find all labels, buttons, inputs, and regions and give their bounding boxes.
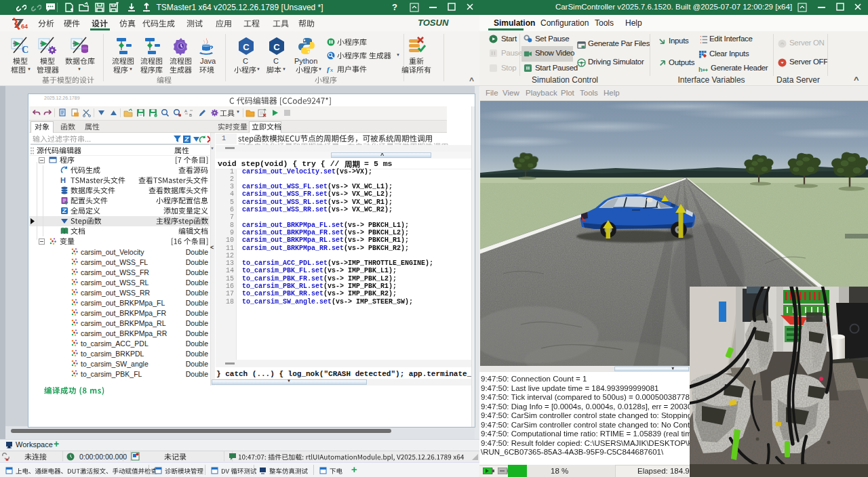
svg-text:B: B bbox=[189, 113, 192, 117]
svg-text:C: C bbox=[273, 42, 280, 52]
svg-text:TOSUN: TOSUN bbox=[418, 18, 449, 28]
svg-text:64: 64 bbox=[21, 23, 28, 30]
svg-text:x: x bbox=[330, 67, 333, 73]
svg-text:h: h bbox=[698, 66, 703, 73]
svg-text:C: C bbox=[22, 45, 28, 55]
svg-text:C: C bbox=[243, 42, 250, 52]
svg-text:A: A bbox=[184, 109, 187, 113]
